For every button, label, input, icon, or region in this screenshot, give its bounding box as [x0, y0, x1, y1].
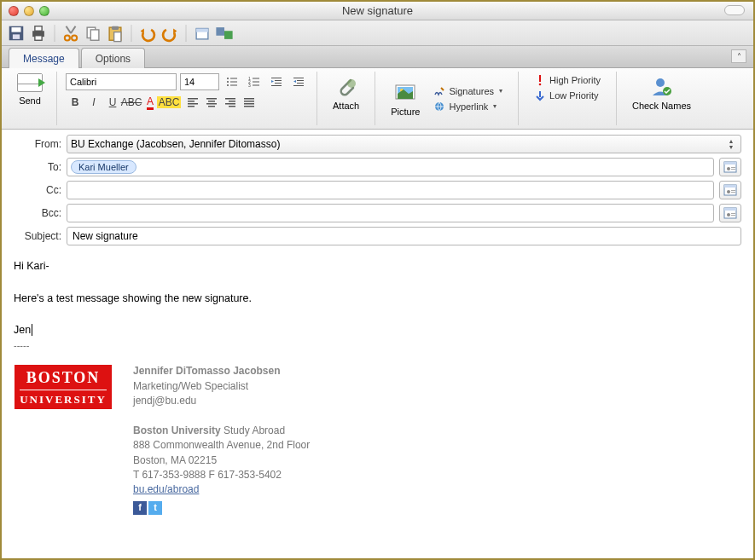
signature-separator: -----	[14, 338, 741, 353]
signature-address: 888 Commonwealth Avenue, 2nd Floor	[133, 438, 310, 453]
svg-rect-71	[731, 192, 735, 193]
paste-icon[interactable]	[106, 24, 125, 43]
twitter-icon[interactable]: t	[148, 501, 162, 515]
bcc-address-book-button[interactable]	[719, 204, 741, 222]
svg-rect-9	[90, 29, 99, 39]
subject-field[interactable]	[67, 227, 741, 245]
body-text: Hi Kari-	[14, 258, 741, 274]
align-left-button[interactable]	[183, 94, 202, 111]
svg-rect-35	[297, 83, 304, 84]
svg-rect-65	[731, 167, 735, 168]
high-priority-button[interactable]: High Priority	[531, 73, 604, 87]
highlight-button[interactable]: ABC	[160, 94, 178, 111]
svg-rect-16	[224, 31, 233, 39]
redo-icon[interactable]	[160, 24, 179, 43]
align-right-button[interactable]	[221, 94, 240, 111]
strikethrough-button[interactable]: ABC	[122, 94, 141, 111]
titlebar: New signature	[2, 2, 753, 20]
svg-rect-34	[297, 80, 304, 81]
hyperlink-icon	[433, 101, 445, 113]
signature-link[interactable]: bu.edu/abroad	[133, 483, 199, 495]
envelope-icon	[17, 73, 43, 92]
align-center-button[interactable]	[202, 94, 221, 111]
low-priority-button[interactable]: Low Priority	[531, 89, 604, 102]
tab-options[interactable]: Options	[81, 48, 145, 68]
svg-point-53	[347, 79, 356, 88]
check-names-label: Check Names	[632, 101, 691, 111]
toolbar-pill-button[interactable]	[724, 5, 745, 15]
justify-button[interactable]	[240, 94, 258, 111]
copy-icon[interactable]	[84, 24, 102, 43]
media-browser-icon[interactable]	[215, 24, 234, 43]
svg-rect-70	[731, 190, 735, 191]
from-field[interactable]: BU Exchange (Jacobsen, Jennifer Ditomass…	[67, 135, 741, 153]
svg-rect-49	[244, 98, 254, 100]
bcc-field[interactable]	[67, 204, 714, 222]
font-family-select[interactable]	[66, 73, 177, 90]
from-label: From:	[14, 138, 61, 150]
svg-rect-48	[229, 106, 235, 107]
signature-title: Marketing/Web Specialist	[133, 379, 310, 394]
print-icon[interactable]	[29, 24, 48, 43]
send-button[interactable]: Send	[12, 73, 48, 106]
cc-address-book-button[interactable]	[719, 181, 741, 199]
signature-name: Jennifer DiTomasso Jacobsen	[133, 364, 310, 378]
check-names-button[interactable]: Check Names	[625, 73, 698, 113]
ribbon-collapse-button[interactable]: ˄	[731, 49, 746, 63]
body-text: Jen	[14, 322, 741, 338]
svg-rect-68	[724, 185, 736, 188]
picture-icon	[393, 81, 417, 105]
attach-button[interactable]: Attach	[326, 73, 366, 113]
svg-rect-29	[271, 78, 282, 78]
svg-rect-26	[253, 82, 259, 83]
decrease-indent-button[interactable]	[289, 73, 308, 90]
increase-indent-button[interactable]	[267, 73, 286, 90]
signature-address: Boston, MA 02215	[133, 453, 310, 468]
svg-rect-22	[230, 85, 237, 86]
svg-rect-47	[225, 103, 235, 105]
undo-icon[interactable]	[138, 24, 157, 43]
message-body[interactable]: Hi Kari- Here's a test message showing t…	[2, 250, 753, 523]
email-signature: BOSTON UNIVERSITY Jennifer DiTomasso Jac…	[14, 364, 741, 515]
picture-button[interactable]: Picture	[384, 73, 427, 124]
svg-rect-66	[731, 169, 735, 170]
font-size-select[interactable]	[180, 73, 219, 90]
attach-label: Attach	[333, 101, 359, 111]
svg-rect-41	[206, 98, 217, 100]
svg-rect-38	[188, 101, 195, 102]
italic-button[interactable]: I	[84, 94, 103, 111]
svg-rect-4	[35, 26, 42, 31]
svg-point-64	[727, 167, 730, 170]
number-list-button[interactable]: 123	[245, 73, 264, 90]
recipient-chip[interactable]: Kari Mueller	[71, 160, 136, 174]
svg-rect-18	[230, 78, 237, 79]
to-address-book-button[interactable]	[719, 158, 741, 176]
facebook-icon[interactable]: f	[133, 501, 147, 515]
signatures-button[interactable]: Signatures▾	[430, 84, 506, 98]
bold-button[interactable]: B	[66, 94, 84, 111]
svg-rect-43	[206, 103, 217, 105]
to-field[interactable]: Kari Mueller	[67, 158, 714, 176]
cut-icon[interactable]	[61, 24, 80, 43]
save-icon[interactable]	[7, 24, 26, 43]
svg-point-74	[727, 213, 730, 216]
window-title: New signature	[2, 4, 753, 17]
signature-email: jendj@bu.edu	[133, 394, 310, 408]
bullet-list-button[interactable]	[223, 73, 241, 90]
svg-rect-75	[731, 213, 735, 214]
underline-button[interactable]: U	[103, 94, 122, 111]
cc-field[interactable]	[67, 181, 714, 199]
body-text: Here's a test message showing the new si…	[14, 291, 741, 307]
svg-rect-2	[13, 34, 20, 39]
svg-rect-24	[253, 78, 259, 79]
svg-rect-44	[208, 106, 215, 107]
svg-rect-63	[724, 162, 736, 165]
svg-rect-14	[196, 28, 208, 32]
toolbox-icon[interactable]	[193, 24, 212, 43]
arrow-down-icon	[534, 89, 546, 101]
svg-text:3: 3	[248, 83, 251, 88]
svg-point-6	[65, 35, 70, 40]
hyperlink-button[interactable]: Hyperlink▾	[430, 100, 506, 113]
svg-point-59	[539, 84, 542, 86]
tab-message[interactable]: Message	[9, 48, 79, 68]
